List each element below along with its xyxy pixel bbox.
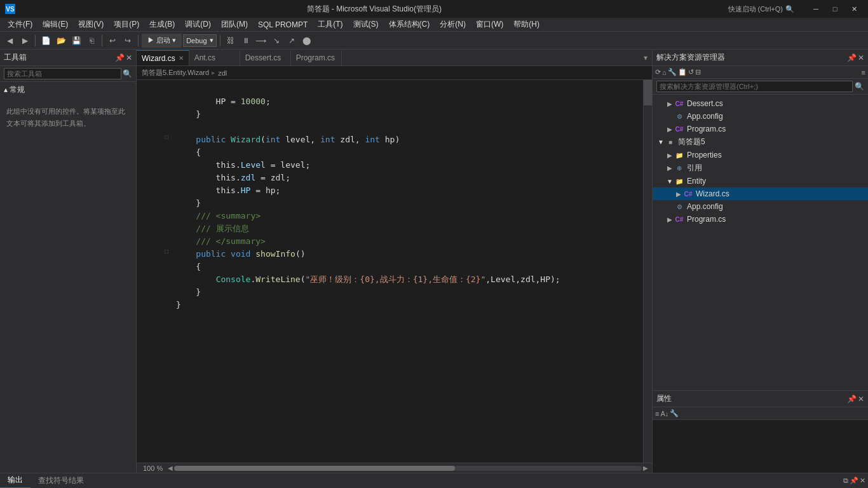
scroll-right-button[interactable]: ▶ bbox=[642, 464, 649, 472]
tree-item-app-config-top[interactable]: ⚙ App.config bbox=[653, 110, 868, 123]
debug-dropdown[interactable]: Debug ▾ bbox=[183, 34, 216, 47]
step-over-button[interactable]: ⟶ bbox=[254, 34, 268, 48]
tree-label-program-top: Program.cs bbox=[687, 125, 726, 133]
properties-header: 属性 📌 ✕ bbox=[653, 391, 868, 407]
back-button[interactable]: ◀ bbox=[3, 34, 17, 48]
horizontal-scrollbar-track[interactable] bbox=[174, 466, 642, 471]
breadcrumb-separator: ▸ bbox=[212, 69, 215, 77]
tab-dessert-cs[interactable]: Dessert.cs bbox=[240, 50, 291, 65]
tree-label-refs: 引用 bbox=[687, 163, 702, 173]
prop-pin-icon[interactable]: 📌 bbox=[847, 395, 857, 403]
tree-item-dessert-cs[interactable]: ▶ C# Dessert.cs bbox=[653, 97, 868, 110]
ref-icon: ⊕ bbox=[674, 163, 684, 173]
menu-help[interactable]: 帮助(H) bbox=[508, 18, 545, 31]
open-button[interactable]: 📂 bbox=[54, 34, 68, 48]
se-sync-icon[interactable]: ⟳ bbox=[655, 68, 661, 76]
pause-button[interactable]: ⏸ bbox=[239, 34, 253, 48]
attach-button[interactable]: ⛓ bbox=[224, 34, 238, 48]
tree-item-program-cs-top[interactable]: ▶ C# Program.cs bbox=[653, 123, 868, 135]
code-editor[interactable]: □ □ HP = 10000; } public Wizard(int leve… bbox=[137, 80, 652, 463]
breadcrumb-project: 简答题5.Entity.Wizard bbox=[142, 68, 209, 78]
se-close-button[interactable]: ✕ bbox=[858, 53, 864, 62]
toolbox-panel: 工具箱 📌 ✕ 🔍 ▴ 常规 此组中没有可用的控件。将某项拖至此文本可将其添加到… bbox=[0, 50, 137, 473]
tab-wizard-cs-close[interactable]: ✕ bbox=[179, 55, 184, 62]
se-search-input[interactable] bbox=[656, 81, 853, 92]
tree-item-program-cs-inner[interactable]: ▶ C# Program.cs bbox=[653, 213, 868, 226]
start-button[interactable]: ▶ 启动 ▾ bbox=[142, 34, 182, 48]
cs-icon-2: C# bbox=[674, 124, 684, 134]
gutter: □ □ bbox=[162, 80, 171, 463]
forward-button[interactable]: ▶ bbox=[18, 34, 32, 48]
bottom-float-icon[interactable]: ⧉ bbox=[843, 477, 848, 485]
tree-item-wizard-cs[interactable]: ▶ C# Wizard.cs bbox=[653, 187, 868, 200]
dropdown-arrow-icon: ▾ bbox=[210, 36, 214, 44]
toolbar-separator-4 bbox=[220, 35, 220, 46]
toolbox-search-input[interactable] bbox=[4, 68, 121, 79]
code-text[interactable]: HP = 10000; } public Wizard(int level, i… bbox=[171, 80, 643, 463]
prop-wrench-icon[interactable]: 🔧 bbox=[670, 409, 679, 417]
toolbox-general-section: ▴ 常规 bbox=[0, 82, 136, 98]
bottom-tab-output[interactable]: 输出 bbox=[0, 473, 31, 488]
horizontal-scrollbar-thumb[interactable] bbox=[174, 466, 454, 471]
menu-window[interactable]: 窗口(W) bbox=[471, 18, 508, 31]
menu-file[interactable]: 文件(F) bbox=[3, 18, 37, 31]
pin-icon[interactable]: 📌 bbox=[115, 53, 125, 62]
undo-button[interactable]: ↩ bbox=[105, 34, 119, 48]
step-in-button[interactable]: ↘ bbox=[269, 34, 283, 48]
restore-button[interactable]: □ bbox=[826, 3, 844, 15]
se-more-icon[interactable]: ≡ bbox=[862, 69, 865, 76]
tree-item-entity[interactable]: ▼ 📁 Entity bbox=[653, 175, 868, 187]
step-out-button[interactable]: ↗ bbox=[285, 34, 299, 48]
prop-alpha-icon[interactable]: A↓ bbox=[660, 410, 668, 417]
quick-access: 快速启动 (Ctrl+Q) 🔍 bbox=[728, 4, 794, 14]
save-button[interactable]: 💾 bbox=[69, 34, 83, 48]
close-toolbox-button[interactable]: ✕ bbox=[126, 53, 132, 62]
toolbox-section-title[interactable]: ▴ 常规 bbox=[4, 85, 132, 95]
properties-controls: 📌 ✕ bbox=[847, 395, 864, 403]
menu-team[interactable]: 团队(M) bbox=[216, 18, 253, 31]
menu-sqlprompt[interactable]: SQL PROMPT bbox=[253, 19, 313, 30]
tree-item-project-jianda5[interactable]: ▼ ■ 简答题5 bbox=[653, 135, 868, 149]
menu-project[interactable]: 项目(P) bbox=[109, 18, 144, 31]
menu-build[interactable]: 生成(B) bbox=[144, 18, 180, 31]
toolbox-search-icon[interactable]: 🔍 bbox=[123, 69, 132, 78]
menu-analyze[interactable]: 分析(N) bbox=[435, 18, 471, 31]
tree-item-app-config-inner[interactable]: ⚙ App.config bbox=[653, 200, 868, 213]
zoom-level[interactable]: 100 % bbox=[139, 464, 166, 472]
new-file-button[interactable]: 📄 bbox=[39, 34, 53, 48]
se-show-files-icon[interactable]: 📋 bbox=[678, 68, 687, 76]
menu-arch[interactable]: 体系结构(C) bbox=[384, 18, 435, 31]
search-icon[interactable]: 🔍 bbox=[785, 5, 794, 13]
se-refresh-icon[interactable]: ↺ bbox=[688, 68, 694, 76]
menu-edit[interactable]: 编辑(E) bbox=[37, 18, 73, 31]
bottom-close-button[interactable]: ✕ bbox=[860, 477, 865, 485]
tab-wizard-cs[interactable]: Wizard.cs ✕ bbox=[137, 50, 189, 65]
prop-category-icon[interactable]: ≡ bbox=[655, 410, 659, 417]
prop-close-button[interactable]: ✕ bbox=[858, 395, 864, 403]
se-pin-icon[interactable]: 📌 bbox=[847, 53, 857, 62]
vertical-scrollbar[interactable] bbox=[643, 80, 652, 463]
tree-item-properties[interactable]: ▶ 📁 Properties bbox=[653, 149, 868, 161]
se-collapse-icon[interactable]: ⊟ bbox=[695, 68, 701, 76]
breakpoint-button[interactable]: ⬤ bbox=[300, 34, 314, 48]
tree-arrow-entity: ▼ bbox=[665, 178, 674, 185]
tabs-overflow-button[interactable]: ▾ bbox=[639, 50, 652, 65]
tab-program-cs[interactable]: Program.cs bbox=[291, 50, 342, 65]
redo-button[interactable]: ↪ bbox=[121, 34, 135, 48]
bottom-tab-find-results[interactable]: 查找符号结果 bbox=[31, 473, 92, 488]
bottom-pin-icon[interactable]: 📌 bbox=[850, 477, 858, 485]
scroll-left-button[interactable]: ◀ bbox=[166, 464, 174, 472]
tab-ant-cs[interactable]: Ant.cs bbox=[189, 50, 240, 65]
menu-tools[interactable]: 工具(T) bbox=[313, 18, 348, 31]
menu-debug[interactable]: 调试(D) bbox=[180, 18, 216, 31]
save-all-button[interactable]: ⎗ bbox=[85, 34, 98, 48]
menu-test[interactable]: 测试(S) bbox=[348, 18, 384, 31]
cs-icon-wizard: C# bbox=[683, 189, 693, 199]
se-properties-icon[interactable]: 🔧 bbox=[668, 68, 677, 76]
se-home-icon[interactable]: ⌂ bbox=[662, 69, 667, 76]
se-search-icon[interactable]: 🔍 bbox=[855, 82, 864, 91]
minimize-button[interactable]: ─ bbox=[807, 3, 825, 15]
tree-item-refs[interactable]: ▶ ⊕ 引用 bbox=[653, 161, 868, 175]
close-button[interactable]: ✕ bbox=[845, 3, 863, 15]
menu-view[interactable]: 视图(V) bbox=[73, 18, 109, 31]
